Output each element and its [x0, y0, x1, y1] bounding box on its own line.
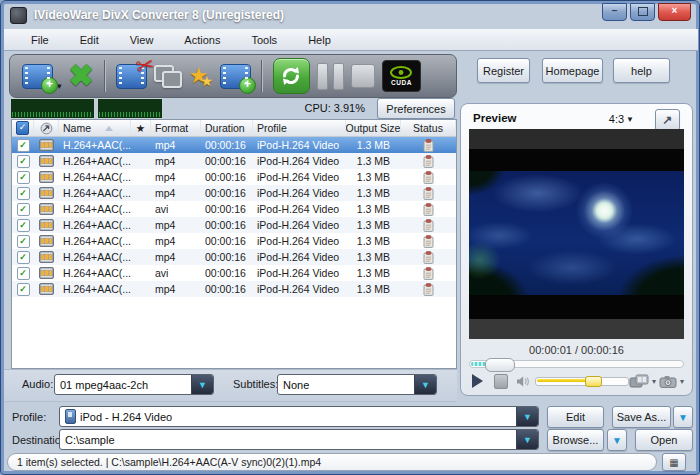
minimize-button[interactable]: – [602, 3, 627, 21]
dropdown-arrow-icon[interactable]: ▼ [414, 375, 436, 394]
caret-down-icon[interactable]: ▾ [680, 377, 684, 386]
row-checkbox[interactable]: ✓ [12, 201, 34, 217]
file-duration: 00:00:16 [201, 281, 253, 297]
star-column-header[interactable]: ★ [131, 120, 151, 136]
merge-button[interactable]: + [220, 57, 251, 95]
file-status-icon [401, 169, 456, 185]
seek-bar[interactable] [469, 360, 684, 368]
file-type-icon [34, 265, 59, 281]
close-button[interactable]: × [658, 3, 691, 21]
row-checkbox[interactable]: ✓ [12, 281, 34, 297]
seek-handle[interactable] [485, 358, 515, 372]
name-column-header[interactable]: Name [59, 120, 131, 136]
browse-button[interactable]: Browse... [547, 429, 604, 451]
profile-select[interactable]: iPod - H.264 Video ▼ [59, 406, 539, 427]
table-row[interactable]: ✓ H.264+AAC(... mp4 00:00:16 iPod-H.264 … [12, 249, 456, 265]
cuda-button[interactable]: CUDA [382, 60, 421, 92]
file-profile: iPod-H.264 Video [253, 169, 346, 185]
save-as-dropdown-button[interactable]: ▼ [673, 406, 693, 428]
table-row[interactable]: ✓ H.264+AAC(... mp4 00:00:16 iPod-H.264 … [12, 233, 456, 249]
output-size-column-header[interactable]: Output Size [346, 120, 401, 136]
video-letterbox [469, 295, 684, 319]
detach-preview-button[interactable]: ↗ [655, 109, 680, 131]
trim-button[interactable]: ✂ [116, 57, 147, 95]
layout-toggle-button[interactable]: ▦ [662, 453, 686, 471]
row-checkbox[interactable]: ✓ [12, 217, 34, 233]
menu-view[interactable]: View [130, 31, 154, 49]
browse-dropdown-button[interactable]: ▼ [607, 429, 627, 451]
open-folder-button[interactable]: Open [635, 429, 693, 451]
edit-profile-button[interactable]: Edit [547, 406, 604, 428]
table-row[interactable]: ✓ H.264+AAC(... mp4 00:00:16 iPod-H.264 … [12, 185, 456, 201]
convert-button[interactable] [273, 58, 310, 94]
duration-column-header[interactable]: Duration [201, 120, 253, 136]
file-star [131, 249, 151, 265]
table-row[interactable]: ✓ H.264+AAC(... mp4 00:00:16 iPod-H.264 … [12, 217, 456, 233]
table-row[interactable]: ✓ H.264+AAC(... avi 00:00:16 iPod-H.264 … [12, 201, 456, 217]
table-row[interactable]: ✓ H.264+AAC(... avi 00:00:16 iPod-H.264 … [12, 265, 456, 281]
file-profile: iPod-H.264 Video [253, 281, 346, 297]
audio-select[interactable]: 01 mpeg4aac-2ch ▼ [54, 374, 214, 395]
effect-button[interactable]: ★ ★ [189, 57, 213, 95]
volume-handle[interactable] [585, 376, 602, 387]
row-checkbox[interactable]: ✓ [12, 169, 34, 185]
row-checkbox[interactable]: ✓ [12, 233, 34, 249]
snapshot-film-button[interactable] [629, 374, 649, 389]
app-window: IVideoWare DivX Converter 8 (Unregistere… [0, 0, 700, 475]
volume-slider[interactable] [535, 377, 629, 386]
row-checkbox[interactable]: ✓ [12, 185, 34, 201]
subtitles-select[interactable]: None ▼ [277, 374, 437, 395]
maximize-button[interactable] [630, 3, 655, 21]
row-checkbox[interactable]: ✓ [12, 249, 34, 265]
play-button[interactable] [472, 374, 483, 388]
destination-select[interactable]: C:\sample ▼ [59, 429, 539, 450]
add-video-button[interactable]: + ▾ [22, 57, 62, 95]
dropdown-arrow-icon[interactable]: ▼ [516, 407, 538, 426]
row-checkbox[interactable]: ✓ [12, 265, 34, 281]
file-type-icon [34, 217, 59, 233]
caret-down-icon[interactable]: ▾ [652, 377, 656, 386]
aspect-ratio-select[interactable]: 4:3 ▼ [609, 113, 634, 125]
register-button[interactable]: Register [477, 58, 530, 83]
file-output-size: 1.3 MB [346, 249, 401, 265]
table-row[interactable]: ✓ H.264+AAC(... mp4 00:00:16 iPod-H.264 … [12, 169, 456, 185]
profile-column-header[interactable]: Profile [253, 120, 346, 136]
type-column-header[interactable] [34, 120, 59, 136]
menu-help[interactable]: Help [308, 31, 331, 49]
row-checkbox[interactable]: ✓ [12, 137, 34, 153]
dropdown-arrow-icon[interactable]: ▼ [191, 375, 213, 394]
speaker-icon[interactable] [516, 375, 531, 388]
remove-button[interactable]: ✖ [69, 57, 94, 95]
table-row[interactable]: ✓ H.264+AAC(... mp4 00:00:16 iPod-H.264 … [12, 281, 456, 297]
seek-progress [471, 362, 486, 366]
menu-tools[interactable]: Tools [251, 31, 277, 49]
format-column-header[interactable]: Format [151, 120, 201, 136]
menu-file[interactable]: File [31, 31, 49, 49]
select-all-checkbox[interactable]: ✓ [12, 120, 34, 136]
pause-button[interactable] [317, 57, 344, 95]
file-type-icon [34, 185, 59, 201]
stop-playback-button[interactable] [494, 374, 508, 389]
stop-button[interactable] [351, 57, 375, 95]
maximize-icon [638, 7, 648, 16]
file-type-icon [34, 201, 59, 217]
help-button[interactable]: help [613, 58, 670, 83]
status-column-header[interactable]: Status [401, 120, 456, 136]
row-checkbox[interactable]: ✓ [12, 153, 34, 169]
table-header: ✓ Name ★ Format Duration Profile Output … [12, 120, 456, 137]
dropdown-arrow-icon[interactable]: ▼ [516, 430, 538, 449]
menu-edit[interactable]: Edit [80, 31, 99, 49]
file-duration: 00:00:16 [201, 185, 253, 201]
file-table-body: ✓ H.264+AAC(... mp4 00:00:16 iPod-H.264 … [12, 137, 456, 297]
save-as-button[interactable]: Save As... [612, 406, 671, 428]
table-row[interactable]: ✓ H.264+AAC(... mp4 00:00:16 iPod-H.264 … [12, 153, 456, 169]
preferences-button[interactable]: Preferences [377, 98, 455, 119]
file-duration: 00:00:16 [201, 233, 253, 249]
crop-button[interactable] [154, 57, 182, 95]
homepage-button[interactable]: Homepage [542, 58, 603, 83]
table-row[interactable]: ✓ H.264+AAC(... mp4 00:00:16 iPod-H.264 … [12, 137, 456, 153]
menu-actions[interactable]: Actions [184, 31, 220, 49]
app-icon [10, 7, 27, 24]
file-output-size: 1.3 MB [346, 265, 401, 281]
camera-snapshot-button[interactable] [659, 375, 677, 388]
